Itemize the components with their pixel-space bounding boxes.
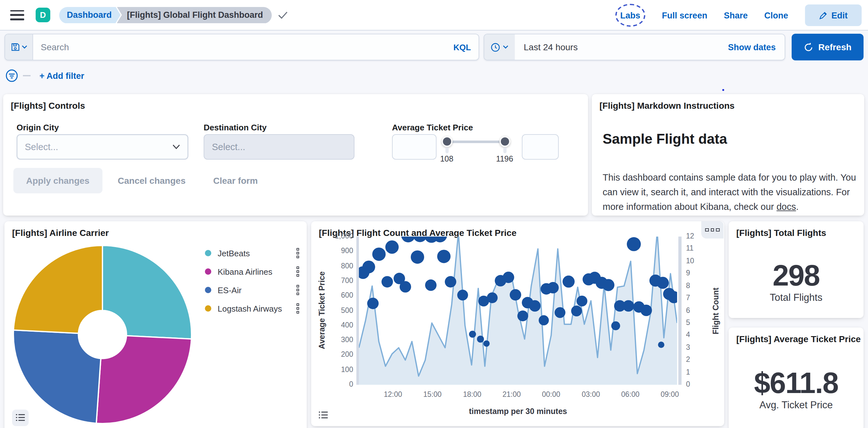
legend-item-menu-icon[interactable] xyxy=(295,247,300,260)
slider-max-value: 1196 xyxy=(491,155,519,163)
docs-link[interactable]: docs xyxy=(776,202,796,212)
pencil-icon xyxy=(819,11,827,20)
left-axis-tick: 300 xyxy=(311,336,353,343)
labs-button[interactable]: Labs xyxy=(620,11,640,20)
share-button[interactable]: Share xyxy=(724,10,748,20)
left-axis-tick: 400 xyxy=(311,321,353,329)
scatter-bubble xyxy=(571,305,582,317)
panel-flights-controls: [Flights] Controls Origin City Select...… xyxy=(3,94,588,216)
quick-time-menu[interactable] xyxy=(484,34,515,60)
clone-button[interactable]: Clone xyxy=(764,10,788,20)
search-bar: KQL xyxy=(4,34,479,60)
donut-slice-es-air[interactable] xyxy=(13,330,101,423)
menu-hamburger-icon[interactable] xyxy=(10,10,24,20)
scatter-bubble xyxy=(510,289,521,300)
right-axis-tick: 5 xyxy=(686,319,701,326)
edit-button[interactable]: Edit xyxy=(805,4,862,26)
x-axis-title: timestamp per 30 minutes xyxy=(359,407,677,416)
slider-handle-min[interactable] xyxy=(442,136,453,147)
legend-label: Logstash Airways xyxy=(218,304,295,313)
scatter-bubble xyxy=(381,276,393,288)
legend-item-menu-icon[interactable] xyxy=(295,265,300,278)
legend-color-dot xyxy=(205,287,211,293)
right-axis-tick: 4 xyxy=(686,331,701,339)
destination-city-label: Destination City xyxy=(204,123,267,132)
legend-item-menu-icon[interactable] xyxy=(295,284,300,296)
breadcrumb: Dashboard [Flights] Global Flight Dashbo… xyxy=(59,7,272,23)
right-axis-tick: 9 xyxy=(686,269,701,277)
origin-city-select[interactable]: Select... xyxy=(17,134,188,160)
legend-color-dot xyxy=(205,250,211,256)
donut-slice-logstash-airways[interactable] xyxy=(13,245,102,333)
right-axis-title: Flight Count xyxy=(711,283,720,339)
airline-donut-chart[interactable] xyxy=(8,239,199,428)
panel-title: [Flights] Airline Carrier xyxy=(12,228,109,238)
refresh-button[interactable]: Refresh xyxy=(792,34,864,60)
panel-options-button[interactable] xyxy=(701,221,723,238)
scatter-bubble xyxy=(425,279,437,291)
cancel-changes-button[interactable]: Cancel changes xyxy=(118,168,186,193)
query-bar: KQL Last 24 hours Show dates Refresh xyxy=(0,31,868,66)
flight-count-chart[interactable] xyxy=(359,237,677,385)
x-axis-tick: 03:00 xyxy=(575,391,607,398)
full-screen-button[interactable]: Full screen xyxy=(662,10,707,20)
left-axis-tick: 0 xyxy=(311,380,353,388)
total-flights-value: 298 xyxy=(728,258,864,293)
legend-toggle-button[interactable] xyxy=(315,407,332,424)
right-axis-tick: 1 xyxy=(686,368,701,375)
scatter-bubble xyxy=(611,322,620,330)
right-axis-tick: 10 xyxy=(686,257,701,265)
panel-title: [Flights] Markdown Instructions xyxy=(599,100,735,111)
apply-changes-button[interactable]: Apply changes xyxy=(13,168,102,193)
right-axis-tick: 2 xyxy=(686,356,701,363)
chevron-down-icon xyxy=(503,45,508,49)
slider-track[interactable] xyxy=(444,140,508,143)
legend-toggle-button[interactable] xyxy=(12,409,29,426)
price-max-input[interactable] xyxy=(522,134,559,160)
legend-label: ES-Air xyxy=(218,285,295,295)
nav-actions: Labs Full screen Share Clone Edit xyxy=(615,0,862,31)
legend-item[interactable]: Kibana Airlines xyxy=(205,265,300,278)
legend-color-dot xyxy=(205,305,211,311)
scatter-bubble xyxy=(529,300,540,311)
left-axis-tick: 800 xyxy=(311,262,353,269)
slider-tail xyxy=(445,147,448,153)
panel-total-flights: [Flights] Total Flights 298 Total Flight… xyxy=(728,221,864,318)
space-avatar[interactable]: D xyxy=(36,8,50,22)
panel-title: [Flights] Total Flights xyxy=(736,228,826,238)
add-filter-button[interactable]: + Add filter xyxy=(39,71,84,80)
right-axis-tick: 6 xyxy=(686,306,701,314)
time-range-value[interactable]: Last 24 hours xyxy=(515,34,719,60)
destination-city-select[interactable]: Select... xyxy=(204,134,354,160)
legend-item[interactable]: JetBeats xyxy=(205,247,300,260)
kql-selector[interactable]: KQL xyxy=(446,34,478,60)
scatter-bubble xyxy=(487,292,498,303)
ticket-price-label: Average Ticket Price xyxy=(392,123,473,132)
search-input[interactable] xyxy=(33,34,446,60)
x-axis-tick: 12:00 xyxy=(377,391,409,398)
left-axis-tick: 200 xyxy=(311,351,353,358)
clear-form-button[interactable]: Clear form xyxy=(213,168,258,193)
price-min-input[interactable] xyxy=(392,134,437,160)
slider-handle-max[interactable] xyxy=(500,136,510,147)
scatter-bubble xyxy=(411,250,424,264)
legend-item[interactable]: Logstash Airways xyxy=(205,302,300,315)
legend-item[interactable]: ES-Air xyxy=(205,284,300,296)
donut-slice-jetbeats[interactable] xyxy=(102,245,191,339)
scatter-bubble xyxy=(372,248,385,261)
legend-item-menu-icon[interactable] xyxy=(295,302,300,315)
right-axis-tick: 8 xyxy=(686,282,701,289)
breadcrumb-current[interactable]: [Flights] Global Flight Dashboard xyxy=(117,7,272,23)
saved-query-menu[interactable] xyxy=(5,34,33,60)
scatter-bubble xyxy=(657,277,669,289)
filter-icon[interactable] xyxy=(6,69,18,82)
panel-flight-count-chart: [Flights] Flight Count and Average Ticke… xyxy=(311,221,724,426)
left-axis-tick: 600 xyxy=(311,291,353,299)
scatter-bubble xyxy=(658,341,664,348)
breadcrumb-dashboard[interactable]: Dashboard xyxy=(59,7,121,23)
left-axis-tick: 1,000 xyxy=(311,232,353,240)
x-axis-tick: 15:00 xyxy=(416,391,448,398)
donut-slice-kibana-airlines[interactable] xyxy=(96,336,191,424)
markdown-body: This dashboard contains sample data for … xyxy=(602,170,862,214)
show-dates-button[interactable]: Show dates xyxy=(719,34,785,60)
